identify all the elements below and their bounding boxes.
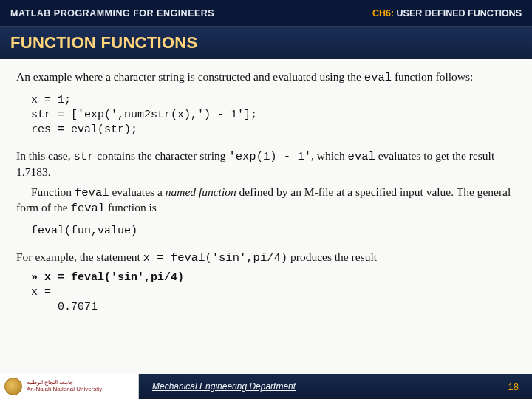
paragraph-4: For example, the statement x = feval('si… (16, 250, 516, 266)
title-band: FUNCTION FUNCTIONS (0, 27, 532, 59)
code-block-1: x = 1; str = ['exp(',num2str(x),') - 1']… (31, 93, 516, 138)
slide-title: FUNCTION FUNCTIONS (10, 33, 198, 52)
paragraph-1: An example where a character string is c… (16, 69, 516, 86)
paragraph-2: In this case, str contains the character… (16, 149, 516, 180)
code-block-2: feval(fun,value) (31, 224, 516, 239)
chapter-name: USER DEFINED FUNCTIONS (394, 8, 522, 18)
chapter-label: CH6: USER DEFINED FUNCTIONS (372, 8, 522, 18)
chapter-prefix: CH6: (372, 8, 394, 18)
footer-bar: جامعة النجاح الوطنية An-Najah National U… (0, 374, 532, 399)
university-logo-block: جامعة النجاح الوطنية An-Najah National U… (0, 374, 139, 399)
page-number: 18 (508, 381, 519, 392)
university-emblem-icon (4, 378, 22, 395)
course-title: MATLAB PROGRAMMING FOR ENGINEERS (10, 8, 214, 18)
department-label: Mechanical Engineering Department (152, 381, 296, 392)
slide-content: An example where a character string is c… (0, 59, 532, 315)
result-block: » x = feval('sin',pi/4) x = 0.7071 (31, 270, 516, 316)
paragraph-3: Function feval evaluates a named functio… (16, 185, 516, 217)
top-bar: MATLAB PROGRAMMING FOR ENGINEERS CH6: US… (0, 0, 532, 27)
university-name: جامعة النجاح الوطنية An-Najah National U… (27, 380, 102, 393)
